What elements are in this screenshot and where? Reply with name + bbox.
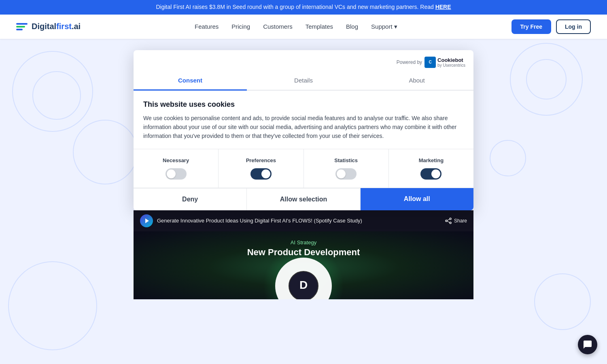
cookie-buttons: Deny Allow selection Allow all [134, 188, 473, 210]
toggle-preferences-switch[interactable] [250, 168, 272, 180]
video-share-label: Share [454, 218, 467, 224]
toggle-section: Necessary Preferences Statistics [134, 149, 473, 188]
chevron-down-icon: ▾ [394, 23, 397, 30]
toggle-statistics-switch[interactable] [335, 168, 357, 180]
try-free-button[interactable]: Try Free [511, 19, 551, 34]
chat-bubble[interactable] [578, 335, 597, 354]
svg-point-2 [446, 220, 447, 222]
allow-all-button[interactable]: Allow all [361, 188, 473, 210]
cookie-modal: Powered by C Cookiebot by Usercentrics C… [134, 50, 473, 210]
login-button[interactable]: Log in [556, 19, 591, 34]
cookiebot-logo: C Cookiebot by Usercentrics [424, 57, 465, 68]
nav-links: Features Pricing Customers Templates Blo… [195, 23, 397, 30]
cookie-title: This website uses cookies [143, 100, 464, 109]
video-title: Generate Innovative Product Ideas Using … [157, 218, 362, 224]
svg-line-5 [447, 221, 450, 222]
nav-actions: Try Free Log in [511, 19, 591, 34]
cookie-content: This website uses cookies We use cookies… [134, 91, 473, 141]
toggle-marketing-switch[interactable] [420, 168, 441, 180]
nav-features[interactable]: Features [195, 23, 219, 30]
video-main-title: New Product Development [247, 247, 360, 258]
video-channel-icon [140, 214, 153, 227]
toggle-preferences-knob [261, 169, 270, 178]
deny-button[interactable]: Deny [134, 188, 247, 210]
toggle-necessary: Necessary [134, 149, 219, 188]
toggle-preferences: Preferences [219, 149, 304, 188]
cookiebot-sub: by Usercentrics [437, 63, 465, 68]
page-background: Powered by C Cookiebot by Usercentrics C… [0, 39, 607, 364]
allow-selection-button[interactable]: Allow selection [247, 188, 360, 210]
powered-by: Powered by C Cookiebot by Usercentrics [397, 57, 465, 68]
toggle-marketing-label: Marketing [419, 157, 444, 163]
cookiebot-name: Cookiebot [437, 57, 465, 63]
navbar: Digitalfirst.ai Features Pricing Custome… [0, 15, 607, 39]
cookiebot-logo-icon: C [424, 57, 436, 68]
nav-customers[interactable]: Customers [263, 23, 293, 30]
toggle-necessary-switch[interactable] [166, 168, 187, 180]
svg-marker-0 [145, 218, 149, 223]
nav-pricing[interactable]: Pricing [231, 23, 250, 30]
announcement-link[interactable]: HERE [435, 4, 451, 10]
toggle-marketing-knob [431, 169, 440, 178]
cookie-header: Powered by C Cookiebot by Usercentrics [134, 50, 473, 68]
logo-text: Digitalfirst.ai [32, 22, 81, 31]
tab-details[interactable]: Details [247, 71, 360, 91]
powered-by-text: Powered by [397, 59, 422, 65]
toggle-marketing: Marketing [389, 149, 473, 188]
logo-area: Digitalfirst.ai [16, 22, 81, 31]
video-header: Generate Innovative Product Ideas Using … [134, 210, 473, 231]
nav-blog[interactable]: Blog [346, 23, 358, 30]
logo-icon [16, 23, 28, 30]
video-share[interactable]: Share [445, 218, 467, 224]
toggle-preferences-label: Preferences [246, 157, 276, 163]
toggle-necessary-knob [167, 169, 176, 178]
video-text-overlay: AI Strategy New Product Development [247, 239, 360, 258]
svg-line-4 [447, 219, 450, 220]
svg-text:D: D [299, 279, 308, 291]
toggle-statistics: Statistics [304, 149, 389, 188]
announcement-text: Digital First AI raises $3.8M in Seed ro… [156, 4, 433, 10]
video-bg-content: AI Strategy New Product Development D [134, 231, 473, 299]
cookie-tabs: Consent Details About [134, 71, 473, 91]
video-strategy-label: AI Strategy [247, 239, 360, 245]
svg-point-1 [450, 218, 451, 220]
nav-templates[interactable]: Templates [306, 23, 333, 30]
toggle-statistics-label: Statistics [334, 157, 358, 163]
main-content: Powered by C Cookiebot by Usercentrics C… [134, 39, 473, 299]
toggle-statistics-knob [337, 169, 346, 178]
nav-support[interactable]: Support ▾ [371, 23, 397, 30]
cookie-body-text: We use cookies to personalise content an… [143, 114, 464, 141]
video-area: Generate Innovative Product Ideas Using … [134, 210, 473, 299]
tab-about[interactable]: About [360, 71, 473, 91]
video-title-area: Generate Innovative Product Ideas Using … [140, 214, 362, 227]
toggle-necessary-label: Necessary [163, 157, 189, 163]
tab-consent[interactable]: Consent [134, 71, 247, 91]
announcement-bar: Digital First AI raises $3.8M in Seed ro… [0, 0, 607, 15]
svg-point-3 [450, 222, 451, 224]
